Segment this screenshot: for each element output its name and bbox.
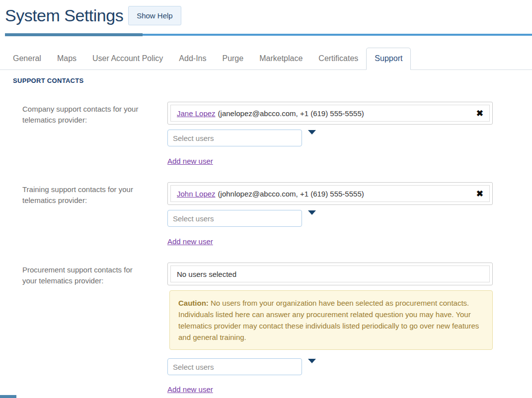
company-contact-name-link[interactable]: Jane Lopez <box>177 109 216 118</box>
bottom-left-accent-fragment <box>0 395 16 398</box>
company-contact-details: (janelopez@abcco.com, +1 (619) 555-5555) <box>218 109 364 118</box>
company-contacts-label: Company support contacts for your telema… <box>22 102 167 166</box>
title-divider <box>5 33 532 36</box>
company-add-new-user-link[interactable]: Add new user <box>167 157 213 165</box>
procurement-contacts-row: Procurement support contacts for your te… <box>22 263 532 394</box>
tab-marketplace[interactable]: Marketplace <box>251 48 310 69</box>
training-contacts-row: Training support contacts for your telem… <box>22 182 532 246</box>
company-select-users-input[interactable] <box>167 130 302 146</box>
procurement-empty-selection-text: No users selected <box>170 265 490 282</box>
settings-tabbar: General Maps User Account Policy Add-Ins… <box>0 48 532 70</box>
company-contacts-row: Company support contacts for your telema… <box>22 102 532 166</box>
procurement-empty-selection-box: No users selected <box>167 263 493 285</box>
procurement-select-users-input[interactable] <box>167 358 302 375</box>
tab-user-account-policy[interactable]: User Account Policy <box>84 48 171 69</box>
procurement-contacts-label: Procurement support contacts for your te… <box>22 263 167 394</box>
tab-general[interactable]: General <box>5 48 49 69</box>
support-contacts-form: Company support contacts for your telema… <box>22 102 532 394</box>
training-users-dropdown-button[interactable] <box>307 213 317 224</box>
section-heading: SUPPORT CONTACTS <box>13 77 532 84</box>
company-selected-contact: Jane Lopez (janelopez@abcco.com, +1 (619… <box>170 105 490 122</box>
divider-accent-left <box>5 33 143 36</box>
company-selected-contact-box: Jane Lopez (janelopez@abcco.com, +1 (619… <box>167 102 493 125</box>
company-select-users-row <box>167 130 493 146</box>
tab-maps[interactable]: Maps <box>49 48 84 69</box>
procurement-select-users-row <box>167 358 493 375</box>
training-select-users-row <box>167 210 493 227</box>
tab-purge[interactable]: Purge <box>214 48 251 69</box>
chevron-down-icon <box>308 210 316 222</box>
training-selected-contact-box: John Lopez (johnlopez@abcco.com, +1 (619… <box>167 182 493 205</box>
company-contacts-controls: Jane Lopez (janelopez@abcco.com, +1 (619… <box>167 102 493 166</box>
training-contacts-label: Training support contacts for your telem… <box>22 182 167 246</box>
training-contact-details: (johnlopez@abcco.com, +1 (619) 555-5555) <box>218 190 364 198</box>
company-users-dropdown-button[interactable] <box>307 133 317 144</box>
show-help-button[interactable]: Show Help <box>128 6 181 25</box>
divider-accent-right <box>143 34 532 36</box>
training-add-new-user-link[interactable]: Add new user <box>167 237 213 246</box>
tab-certificates[interactable]: Certificates <box>310 48 366 69</box>
page-title: System Settings <box>5 4 123 27</box>
page-header: System Settings Show Help <box>0 0 532 27</box>
training-contact-name-link[interactable]: John Lopez <box>177 190 216 198</box>
chevron-down-icon <box>308 130 316 142</box>
tab-add-ins[interactable]: Add-Ins <box>171 48 214 69</box>
caution-prefix: Caution: <box>178 299 209 307</box>
training-contact-remove-icon[interactable]: ✖ <box>476 190 483 198</box>
company-contact-remove-icon[interactable]: ✖ <box>476 109 483 118</box>
procurement-add-new-user-link[interactable]: Add new user <box>167 385 213 394</box>
training-select-users-input[interactable] <box>167 210 302 227</box>
chevron-down-icon <box>308 359 316 371</box>
training-contacts-controls: John Lopez (johnlopez@abcco.com, +1 (619… <box>167 182 493 246</box>
training-selected-contact: John Lopez (johnlopez@abcco.com, +1 (619… <box>170 185 490 202</box>
procurement-contacts-controls: No users selected Caution: No users from… <box>167 263 493 394</box>
tab-support[interactable]: Support <box>366 48 411 70</box>
procurement-caution-box: Caution: No users from your organization… <box>169 290 493 350</box>
procurement-users-dropdown-button[interactable] <box>307 361 317 373</box>
caution-text: No users from your organization have bee… <box>178 299 479 341</box>
